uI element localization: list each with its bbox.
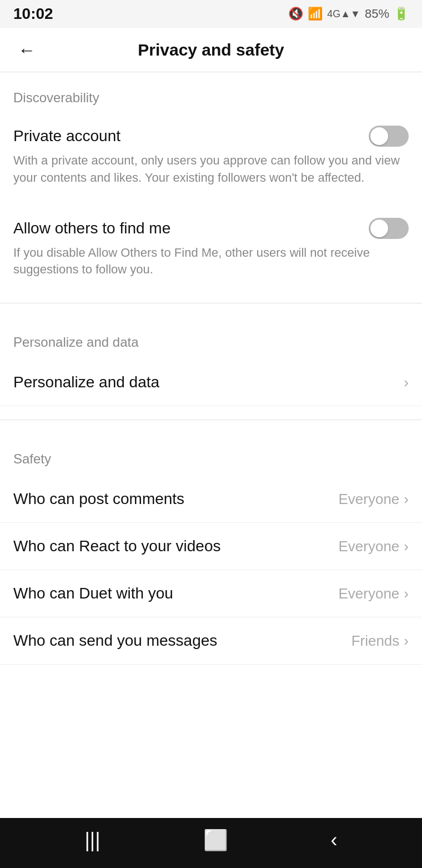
private-account-description: With a private account, only users you a… — [13, 152, 409, 187]
who-can-react-value: Everyone — [338, 538, 399, 555]
who-can-message-value: Friends — [351, 632, 400, 650]
back-button[interactable]: ← — [13, 37, 40, 63]
private-account-row-top: Private account — [13, 126, 409, 147]
who-can-duet-right: Everyone › — [338, 585, 409, 602]
status-icons: 🔇 📶 4G▲▼ 85% 🔋 — [288, 7, 409, 21]
content: Discoverability Private account With a p… — [0, 72, 422, 818]
who-can-post-comments-chevron: › — [404, 491, 409, 508]
private-account-label: Private account — [13, 127, 120, 145]
back-nav-icon[interactable]: ‹ — [330, 829, 337, 852]
home-icon[interactable]: ⬜ — [203, 829, 228, 852]
who-can-duet-chevron: › — [404, 585, 409, 602]
who-can-duet-label: Who can Duet with you — [13, 585, 173, 602]
safety-section: Safety Who can post comments Everyone › … — [0, 433, 422, 665]
who-can-react-row[interactable]: Who can React to your videos Everyone › — [0, 523, 422, 570]
who-can-react-chevron: › — [404, 538, 409, 555]
who-can-react-right: Everyone › — [338, 538, 409, 555]
separator-1 — [0, 303, 422, 303]
safety-section-header: Safety — [0, 433, 422, 476]
separator-2 — [0, 420, 422, 420]
discoverability-section-header: Discoverability — [0, 72, 422, 114]
recent-apps-icon[interactable]: ||| — [84, 829, 100, 852]
signal-icon: 4G▲▼ — [327, 8, 360, 20]
status-time: 10:02 — [13, 5, 53, 23]
who-can-message-label: Who can send you messages — [13, 632, 217, 650]
who-can-post-comments-label: Who can post comments — [13, 490, 184, 508]
personalize-data-row[interactable]: Personalize and data › — [0, 359, 422, 406]
who-can-react-label: Who can React to your videos — [13, 537, 221, 555]
battery-icon: 🔋 — [394, 7, 409, 21]
private-account-toggle-thumb — [370, 127, 388, 145]
status-bar: 10:02 🔇 📶 4G▲▼ 85% 🔋 — [0, 0, 422, 28]
personalize-data-label: Personalize and data — [13, 373, 159, 391]
who-can-message-row[interactable]: Who can send you messages Friends › — [0, 617, 422, 665]
private-account-row[interactable]: Private account With a private account, … — [0, 114, 422, 198]
who-can-duet-row[interactable]: Who can Duet with you Everyone › — [0, 570, 422, 617]
allow-others-toggle[interactable] — [369, 218, 409, 239]
wifi-icon: 📶 — [308, 7, 323, 21]
who-can-post-comments-value: Everyone — [338, 491, 399, 508]
discoverability-section: Discoverability Private account With a p… — [0, 72, 422, 290]
header: ← Privacy and safety — [0, 28, 422, 72]
personalize-section-header: Personalize and data — [0, 317, 422, 359]
personalize-section: Personalize and data Personalize and dat… — [0, 317, 422, 406]
bottom-nav: ||| ⬜ ‹ — [0, 818, 422, 868]
allow-others-toggle-thumb — [370, 220, 388, 237]
allow-others-description: If you disable Allow Others to Find Me, … — [13, 245, 409, 279]
personalize-data-nav-right: › — [404, 374, 409, 391]
page-title: Privacy and safety — [138, 41, 284, 59]
back-arrow-icon: ← — [18, 41, 36, 59]
allow-others-label: Allow others to find me — [13, 220, 170, 237]
allow-others-row-top: Allow others to find me — [13, 218, 409, 239]
who-can-post-comments-right: Everyone › — [338, 491, 409, 508]
who-can-duet-value: Everyone — [338, 585, 399, 602]
allow-others-row[interactable]: Allow others to find me If you disable A… — [0, 207, 422, 290]
who-can-message-chevron: › — [404, 632, 409, 650]
personalize-chevron-icon: › — [404, 374, 409, 391]
battery-text: 85% — [365, 7, 389, 21]
mute-icon: 🔇 — [288, 7, 303, 21]
private-account-toggle[interactable] — [369, 126, 409, 147]
who-can-message-right: Friends › — [351, 632, 409, 650]
who-can-post-comments-row[interactable]: Who can post comments Everyone › — [0, 476, 422, 523]
